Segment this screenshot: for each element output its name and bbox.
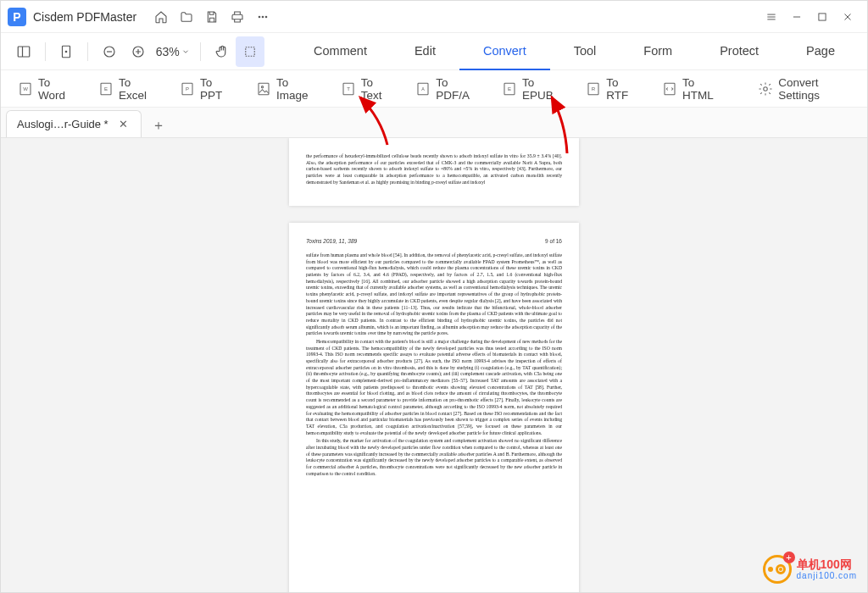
- html-icon: [662, 81, 677, 97]
- print-icon[interactable]: [225, 4, 250, 30]
- tab-edit[interactable]: Edit: [391, 33, 459, 70]
- page1-text: the performance of hexadecyl-immobilized…: [306, 153, 562, 186]
- svg-text:A: A: [421, 86, 425, 91]
- gear-icon: [758, 81, 773, 97]
- watermark-line2: danji100.com: [797, 571, 857, 580]
- to-text-button[interactable]: T To Text: [334, 73, 397, 105]
- zoom-out-icon[interactable]: [95, 36, 124, 67]
- more-icon[interactable]: [250, 4, 275, 30]
- svg-text:W: W: [23, 86, 28, 91]
- svg-point-17: [261, 86, 263, 87]
- watermark-line1: 单机100网: [797, 558, 857, 571]
- svg-text:E: E: [508, 86, 511, 91]
- svg-point-0: [259, 16, 260, 18]
- to-word-label: To Word: [38, 76, 73, 102]
- svg-rect-3: [819, 13, 826, 19]
- to-pdfa-button[interactable]: A To PDF/A: [409, 73, 483, 105]
- zoom-dropdown[interactable]: 63%: [153, 45, 193, 58]
- to-html-label: To HTML: [682, 76, 721, 102]
- to-image-label: To Image: [276, 76, 315, 102]
- svg-point-2: [265, 16, 267, 18]
- excel-icon: E: [98, 81, 114, 97]
- svg-text:T: T: [347, 86, 350, 91]
- document-viewport[interactable]: the performance of hexadecyl-immobilized…: [1, 138, 867, 592]
- to-excel-label: To Excel: [119, 76, 154, 102]
- svg-text:E: E: [104, 86, 108, 91]
- to-rtf-button[interactable]: R To RTF: [579, 73, 643, 105]
- tab-convert[interactable]: Convert: [459, 33, 550, 70]
- zoom-in-icon[interactable]: [124, 36, 153, 67]
- watermark: + 单机100网 danji100.com: [763, 555, 857, 584]
- image-icon: [256, 81, 271, 97]
- hamburger-menu-icon[interactable]: [759, 4, 784, 30]
- to-html-button[interactable]: To HTML: [655, 73, 727, 105]
- page-view-icon[interactable]: [53, 36, 81, 67]
- open-folder-icon[interactable]: [174, 4, 199, 30]
- to-image-button[interactable]: To Image: [249, 73, 322, 105]
- svg-rect-4: [18, 47, 30, 57]
- convert-toolbar: W To Word E To Excel P To PPT To Image T…: [1, 70, 867, 108]
- close-tab-icon[interactable]: ✕: [117, 118, 131, 131]
- to-epub-label: To EPUB: [522, 76, 560, 102]
- sidebar-toggle-icon[interactable]: [9, 36, 38, 67]
- to-excel-button[interactable]: E To Excel: [92, 73, 161, 105]
- page-header: Toxins 2019, 11, 389 9 of 16: [306, 238, 562, 244]
- home-icon[interactable]: [148, 4, 174, 30]
- to-epub-button[interactable]: E To EPUB: [495, 73, 567, 105]
- tab-page[interactable]: Page: [782, 33, 859, 70]
- to-rtf-label: To RTF: [606, 76, 637, 102]
- to-text-label: To Text: [361, 76, 390, 102]
- rtf-icon: R: [586, 81, 601, 97]
- epub-icon: E: [502, 81, 517, 97]
- document-tab-bar: Auslogi…r-Guide * ✕ ＋: [1, 108, 867, 138]
- app-title: Cisdem PDFMaster: [33, 10, 136, 24]
- to-pdfa-label: To PDF/A: [436, 76, 476, 102]
- svg-rect-9: [246, 47, 255, 56]
- to-ppt-label: To PPT: [200, 76, 231, 102]
- to-word-button[interactable]: W To Word: [11, 73, 80, 105]
- svg-text:R: R: [592, 86, 596, 91]
- main-toolbar: 63% Comment Edit Convert Tool Form Prote…: [1, 33, 867, 70]
- app-logo: P: [8, 8, 26, 26]
- document-tab[interactable]: Auslogi…r-Guide * ✕: [6, 110, 142, 137]
- svg-point-6: [66, 51, 68, 53]
- convert-settings-label: Convert Settings: [778, 76, 850, 102]
- save-icon[interactable]: [199, 4, 225, 30]
- pdfa-icon: A: [415, 81, 431, 97]
- tab-protect[interactable]: Protect: [696, 33, 782, 70]
- window-minimize-icon[interactable]: [784, 4, 810, 30]
- select-tool-icon[interactable]: [236, 36, 264, 67]
- zoom-value: 63%: [156, 45, 180, 58]
- tab-comment[interactable]: Comment: [290, 33, 391, 70]
- convert-settings-button[interactable]: Convert Settings: [751, 73, 857, 105]
- new-tab-button[interactable]: ＋: [147, 114, 170, 137]
- tab-form[interactable]: Form: [620, 33, 696, 70]
- window-maximize-icon[interactable]: [810, 4, 835, 30]
- page-header-right: 9 of 16: [545, 238, 562, 244]
- page2-para1: sulfate from human plasma and whole bloo…: [306, 252, 562, 337]
- title-bar: P Cisdem PDFMaster: [1, 1, 867, 33]
- text-icon: T: [341, 81, 356, 97]
- hand-tool-icon[interactable]: [208, 36, 236, 67]
- svg-point-1: [262, 16, 264, 18]
- svg-text:P: P: [186, 86, 189, 91]
- page-header-left: Toxins 2019, 11, 389: [306, 238, 357, 244]
- svg-rect-16: [259, 83, 269, 95]
- page2-para2: Hemocompatibility in contact with the pa…: [306, 339, 562, 436]
- window-close-icon[interactable]: [835, 4, 860, 30]
- page2-para3: In this study, the marker for activation…: [306, 438, 562, 477]
- to-ppt-button[interactable]: P To PPT: [173, 73, 237, 105]
- word-icon: W: [18, 81, 33, 97]
- plus-badge-icon: +: [783, 551, 795, 563]
- page-full: Toxins 2019, 11, 389 9 of 16 sulfate fro…: [289, 223, 579, 592]
- tab-tool[interactable]: Tool: [550, 33, 620, 70]
- ppt-icon: P: [180, 81, 195, 97]
- svg-point-27: [764, 86, 768, 91]
- document-tab-label: Auslogi…r-Guide *: [17, 118, 108, 130]
- main-tabs: Comment Edit Convert Tool Form Protect P…: [290, 33, 859, 70]
- page-fragment-top: the performance of hexadecyl-immobilized…: [289, 138, 579, 206]
